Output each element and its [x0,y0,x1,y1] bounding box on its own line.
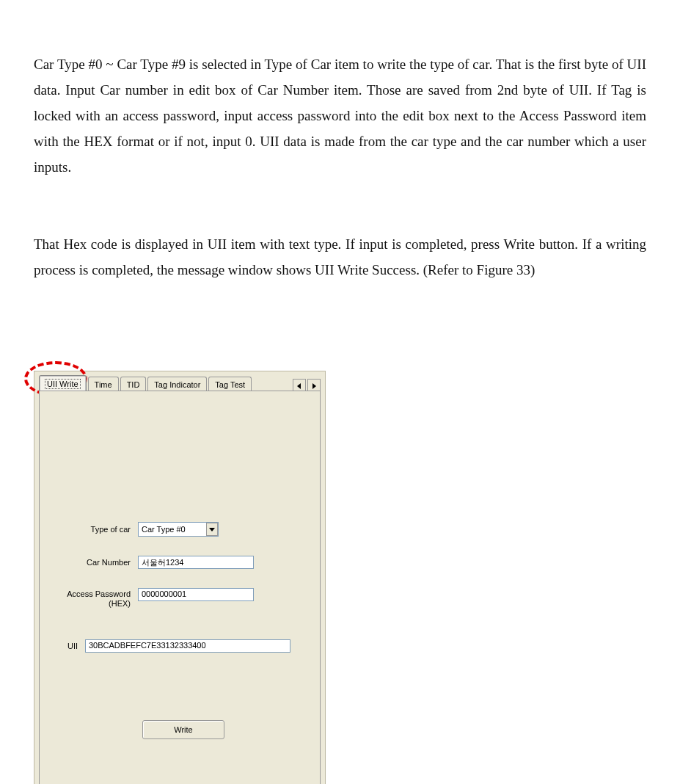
tab-strip: UII Write Time TID Tag Indicator Tag Tes… [39,376,321,392]
svg-marker-1 [312,383,316,389]
svg-marker-2 [209,528,215,531]
uii-write-panel: Type of car Car Type #0 Car Number 서울허12… [39,391,321,784]
tab-label: Tag Test [215,380,245,389]
car-number-label: Car Number [51,558,138,567]
tab-tag-test[interactable]: Tag Test [208,377,252,392]
write-button-label: Write [174,725,192,734]
paragraph-1: Car Type #0 ~ Car Type #9 is selected in… [34,51,646,180]
paragraph-2: That Hex code is displayed in UII item w… [34,231,646,283]
uii-display: 30BCADBFEFC7E33132333400 [85,639,290,653]
uii-label: UII [0,642,85,651]
tab-label: UII Write [45,380,80,388]
car-number-input[interactable]: 서울허1234 [138,556,254,569]
type-of-car-label: Type of car [51,525,138,534]
tab-tag-indicator[interactable]: Tag Indicator [147,377,207,392]
uii-write-window: UII Write Time TID Tag Indicator Tag Tes… [34,371,326,784]
tab-label: Time [95,380,112,389]
type-of-car-select[interactable]: Car Type #0 [138,522,219,537]
document-body-text: Car Type #0 ~ Car Type #9 is selected in… [34,0,646,334]
write-button[interactable]: Write [142,720,224,739]
tab-label: TID [127,380,140,389]
tab-uii-write[interactable]: UII Write [39,375,87,392]
tab-label: Tag Indicator [154,380,200,389]
chevron-left-icon [296,383,302,389]
dropdown-arrow-icon [206,523,218,536]
access-password-label: Access Password (HEX) [51,588,138,609]
chevron-right-icon [311,383,317,389]
svg-marker-0 [297,383,301,389]
tab-tid[interactable]: TID [120,377,147,392]
access-password-input[interactable]: 0000000001 [138,588,254,601]
tab-time[interactable]: Time [88,377,119,392]
